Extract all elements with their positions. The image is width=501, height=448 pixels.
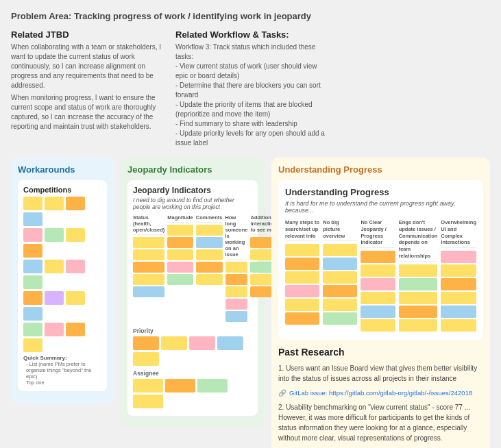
understanding-col-header-4: Overwhelming UI and Complex Interactions bbox=[441, 219, 476, 248]
understanding-col-header-1: No big picture overview bbox=[323, 219, 357, 241]
mini-sticky bbox=[133, 249, 164, 260]
understanding-col-header-2: No Clear Jeopardy / Progress Indicator bbox=[361, 219, 395, 248]
related-jtbd-text2: When monitoring progress, I want to ensu… bbox=[11, 93, 162, 132]
jeopardy-inner-title: Jeopardy Indicators bbox=[133, 186, 252, 195]
u-sticky bbox=[361, 278, 395, 290]
research-link[interactable]: 🔗 GitLab issue: https://gitlab.com/gitla… bbox=[278, 389, 483, 397]
u-sticky bbox=[361, 319, 395, 332]
priority-sticky bbox=[217, 336, 243, 350]
u-sticky bbox=[323, 285, 357, 297]
assignee-sticky bbox=[197, 379, 228, 393]
mini-sticky bbox=[196, 262, 223, 273]
summary-item-2: Top one bbox=[26, 379, 101, 386]
priority-sticky bbox=[161, 336, 187, 350]
understanding-col-4: Overwhelming UI and Complex Interactions bbox=[441, 219, 476, 333]
mini-sticky bbox=[133, 237, 164, 248]
mini-sticky bbox=[167, 274, 193, 285]
sticky bbox=[45, 260, 64, 273]
research-item-text: Users want an Issue Board view that give… bbox=[278, 364, 477, 382]
workarounds-card-title: Competitions bbox=[23, 186, 101, 194]
sticky-row-5 bbox=[23, 323, 101, 352]
u-sticky bbox=[399, 264, 438, 277]
mini-sticky bbox=[225, 299, 248, 310]
u-sticky bbox=[361, 292, 395, 304]
priority-section-label: Priority bbox=[133, 327, 252, 334]
bottom-sections: Past Research 1. Users want an Issue Boa… bbox=[278, 347, 483, 448]
sticky bbox=[66, 323, 85, 336]
research-item-1: 1. Users want an Issue Board view that g… bbox=[278, 363, 483, 384]
u-sticky bbox=[361, 264, 395, 277]
mini-sticky bbox=[225, 286, 248, 297]
related-row: Related JTBD When collaborating with a t… bbox=[11, 29, 490, 148]
u-sticky bbox=[285, 285, 319, 297]
research-item-text: Usability benchmarking on "view current … bbox=[278, 403, 470, 442]
sticky-row-4 bbox=[23, 291, 101, 321]
panel-understanding: Understanding Progress Understanding Pro… bbox=[271, 158, 490, 448]
u-sticky bbox=[285, 271, 319, 284]
sticky bbox=[23, 212, 42, 226]
research-item-2: 2. Usability benchmarking on "view curre… bbox=[278, 402, 483, 443]
jeopardy-col-1: Magnitude bbox=[167, 214, 193, 323]
sticky bbox=[66, 291, 85, 305]
mini-sticky bbox=[196, 225, 223, 236]
sticky-row-3 bbox=[23, 260, 101, 289]
sticky bbox=[23, 197, 42, 210]
sticky-row-2 bbox=[23, 228, 101, 258]
panel-workarounds: Workarounds Competitions bbox=[11, 158, 114, 403]
understanding-inner-title: Understanding Progress bbox=[285, 187, 476, 197]
u-sticky bbox=[441, 251, 476, 263]
assignee-section-label: Assignee bbox=[133, 370, 252, 377]
sticky bbox=[23, 307, 42, 321]
jeopardy-col-2: Comments bbox=[196, 214, 223, 323]
related-workflow-text2: - View current status of work (user shou… bbox=[175, 62, 326, 81]
jeopardy-columns: Status (health, open/closed) Magnitude bbox=[133, 214, 252, 323]
research-item-number: 2. bbox=[278, 403, 286, 411]
understanding-col-1: No big picture overview bbox=[323, 219, 357, 333]
sticky bbox=[23, 291, 42, 305]
sticky bbox=[23, 275, 42, 289]
u-sticky bbox=[323, 299, 357, 311]
mini-sticky bbox=[133, 274, 164, 285]
sticky bbox=[45, 228, 64, 242]
related-jtbd-text1: When collaborating with a team or stakeh… bbox=[11, 42, 162, 90]
jeopardy-col-0: Status (health, open/closed) bbox=[133, 214, 164, 323]
understanding-inner: Understanding Progress It is hard for me… bbox=[278, 180, 483, 340]
u-sticky bbox=[285, 258, 319, 270]
priority-stickies bbox=[133, 336, 252, 366]
sticky bbox=[66, 260, 85, 273]
sticky bbox=[45, 197, 64, 210]
sticky bbox=[23, 323, 42, 336]
assignee-stickies bbox=[133, 379, 252, 408]
understanding-col-3: Engs don't update issues / Communication… bbox=[399, 219, 438, 333]
understanding-col-0: Many steps to search/set up relevant inf… bbox=[285, 219, 319, 333]
assignee-sticky bbox=[133, 379, 163, 393]
sticky bbox=[23, 244, 42, 258]
u-sticky bbox=[441, 264, 476, 277]
u-sticky bbox=[399, 292, 438, 304]
u-sticky bbox=[285, 299, 319, 311]
workarounds-label: Workarounds bbox=[18, 164, 107, 175]
past-research-title: Past Research bbox=[278, 347, 483, 358]
related-workflow-text3: - Determine that there are blockers you … bbox=[175, 81, 326, 100]
sticky bbox=[66, 228, 85, 242]
mini-sticky bbox=[167, 225, 193, 236]
understanding-col-header-0: Many steps to search/set up relevant inf… bbox=[285, 219, 319, 241]
workarounds-card: Competitions bbox=[18, 180, 107, 391]
assignee-sticky bbox=[133, 395, 163, 408]
understanding-col-2: No Clear Jeopardy / Progress Indicator bbox=[361, 219, 395, 333]
priority-sticky bbox=[133, 336, 159, 350]
mini-sticky bbox=[133, 286, 164, 297]
jeopardy-label: Jeopardy Indicators bbox=[127, 164, 258, 175]
u-sticky bbox=[399, 319, 438, 332]
research-item-number: 1. bbox=[278, 364, 286, 372]
related-jtbd-title: Related JTBD bbox=[11, 29, 162, 40]
jeopardy-inner-subtitle: I need to dig around to find out whether… bbox=[133, 197, 252, 210]
u-sticky bbox=[323, 312, 357, 325]
jeopardy-col-header-0: Status (health, open/closed) bbox=[133, 214, 164, 235]
sticky bbox=[23, 338, 42, 352]
jeopardy-col-header-1: Magnitude bbox=[167, 214, 193, 223]
understanding-columns: Many steps to search/set up relevant inf… bbox=[285, 219, 476, 333]
u-sticky bbox=[361, 251, 395, 263]
priority-sticky bbox=[189, 336, 215, 350]
u-sticky bbox=[441, 306, 476, 318]
